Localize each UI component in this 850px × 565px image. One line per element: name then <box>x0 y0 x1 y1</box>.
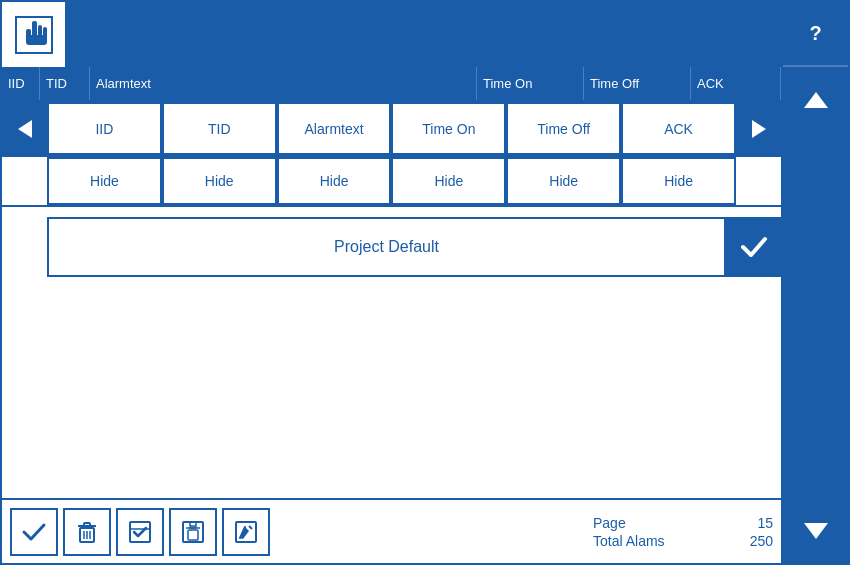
hide-ack-button[interactable]: Hide <box>621 157 736 205</box>
total-alarms-label: Total Alams <box>593 533 665 549</box>
checkmark-icon <box>739 232 769 262</box>
scroll-down-button[interactable] <box>783 498 848 563</box>
save-check-button[interactable] <box>10 508 58 556</box>
project-left-spacer <box>2 217 47 277</box>
column-headers: IID TID Alarmtext Time On Time Off ACK <box>2 67 781 102</box>
col-header-timeoff: Time Off <box>584 67 691 100</box>
trash-icon <box>73 518 101 546</box>
edit-pencil-icon <box>232 518 260 546</box>
hide-tid-button[interactable]: Hide <box>162 157 277 205</box>
hide-timeon-button[interactable]: Hide <box>391 157 506 205</box>
right-sidebar: ? <box>783 2 848 563</box>
header-title <box>67 2 781 65</box>
bottom-bar: Page 15 Total Alams 250 <box>2 498 781 563</box>
sort-timeon-button[interactable]: Time On <box>391 102 506 155</box>
hand-pointer-icon <box>14 15 54 55</box>
hide-cells: Hide Hide Hide Hide Hide Hide <box>47 157 736 205</box>
svg-rect-17 <box>188 530 198 540</box>
hide-alarmtext-button[interactable]: Hide <box>277 157 392 205</box>
page-info-row: Page 15 <box>593 515 773 531</box>
project-section: Project Default <box>2 207 781 287</box>
sort-timeoff-button[interactable]: Time Off <box>506 102 621 155</box>
sort-iid-button[interactable]: IID <box>47 102 162 155</box>
page-label: Page <box>593 515 626 531</box>
col-header-ack: ACK <box>691 67 781 100</box>
svg-marker-26 <box>804 92 828 108</box>
svg-marker-7 <box>752 120 766 138</box>
project-default-button[interactable]: Project Default <box>47 217 726 277</box>
check-list-icon <box>126 518 154 546</box>
nav-right-button[interactable] <box>736 101 781 156</box>
total-alarms-row: Total Alams 250 <box>593 533 773 549</box>
save-check-icon <box>20 518 48 546</box>
hide-timeoff-button[interactable]: Hide <box>506 157 621 205</box>
hide-buttons-row: Hide Hide Hide Hide Hide Hide <box>2 157 781 207</box>
check-list-button[interactable] <box>116 508 164 556</box>
nav-left-button[interactable] <box>2 101 47 156</box>
delete-list-button[interactable] <box>169 508 217 556</box>
right-arrow-icon <box>750 118 768 140</box>
sidebar-spacer <box>783 132 848 498</box>
content-space <box>2 287 781 498</box>
svg-marker-6 <box>18 120 32 138</box>
sort-ack-button[interactable]: ACK <box>621 102 736 155</box>
svg-rect-16 <box>183 522 203 542</box>
left-arrow-icon <box>16 118 34 140</box>
delete-button[interactable] <box>63 508 111 556</box>
column-buttons-row: IID TID Alarmtext Time On Time Off ACK <box>2 102 781 157</box>
svg-line-25 <box>249 526 252 529</box>
svg-rect-10 <box>84 523 90 526</box>
column-sort-buttons: IID TID Alarmtext Time On Time Off ACK <box>47 102 736 155</box>
scroll-up-button[interactable] <box>783 67 848 132</box>
header-row <box>2 2 781 67</box>
down-arrow-icon <box>800 515 832 547</box>
sort-tid-button[interactable]: TID <box>162 102 277 155</box>
project-check-button[interactable] <box>726 217 781 277</box>
bottom-action-icons <box>10 508 270 556</box>
svg-rect-19 <box>190 526 196 528</box>
svg-marker-27 <box>804 523 828 539</box>
trash-list-icon <box>179 518 207 546</box>
page-info: Page 15 Total Alams 250 <box>593 515 773 549</box>
page-value: 15 <box>757 515 773 531</box>
col-header-tid: TID <box>40 67 90 100</box>
up-arrow-icon <box>800 84 832 116</box>
sort-alarmtext-button[interactable]: Alarmtext <box>277 102 392 155</box>
col-header-iid: IID <box>2 67 40 100</box>
rows-area: IID TID Alarmtext Time On Time Off ACK H… <box>2 102 781 563</box>
edit-button[interactable] <box>222 508 270 556</box>
hide-iid-button[interactable]: Hide <box>47 157 162 205</box>
col-header-alarmtext: Alarmtext <box>90 67 477 100</box>
svg-rect-5 <box>26 35 47 45</box>
header-icon-box <box>2 2 67 67</box>
sidebar-help[interactable]: ? <box>783 2 848 67</box>
total-alarms-value: 250 <box>750 533 773 549</box>
help-label: ? <box>809 22 821 45</box>
col-header-timeon: Time On <box>477 67 584 100</box>
